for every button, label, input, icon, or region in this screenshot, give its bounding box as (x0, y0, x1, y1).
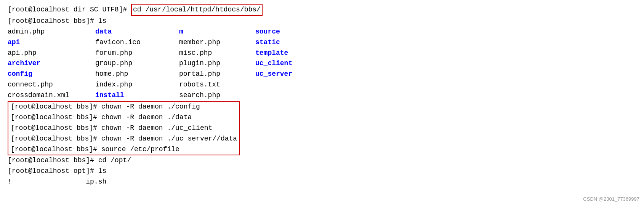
file-crossdomain: crossdomain.xml (8, 90, 95, 101)
prompt-source: [root@localhost bbs]# (11, 144, 101, 155)
ls-command: ls (98, 16, 107, 27)
prompt-chown1: [root@localhost bbs]# (11, 102, 101, 112)
boxed-line-3: [root@localhost bbs]# chown -R daemon ./… (11, 123, 237, 134)
cd-command-boxed: cd /usr/local/httpd/htdocs/bbs/ (131, 4, 263, 16)
file-static: static (255, 37, 312, 48)
file-template: template (255, 48, 312, 59)
file-col-3: m member.php misc.php plugin.php portal.… (179, 27, 255, 101)
prompt-ls2: [root@localhost opt]# (8, 166, 98, 177)
file-portal-php: portal.php (179, 69, 255, 80)
file-forum-php: forum.php (95, 48, 179, 59)
file-archiver: archiver (8, 58, 95, 69)
prompt-1: [root@localhost dir_SC_UTF8]# (8, 5, 131, 15)
cmd-cd-opt: cd /opt/ (98, 155, 131, 166)
terminal-window: [root@localhost dir_SC_UTF8]# cd /usr/lo… (0, 0, 644, 206)
file-index-php: index.php (95, 80, 179, 90)
file-listing: admin.php api api.php archiver config co… (8, 27, 636, 101)
cmd-source-profile: source /etc/profile (101, 144, 179, 155)
file-home-php: home.php (95, 69, 179, 80)
file-uc-server: uc_server (255, 69, 312, 80)
file-api: api (8, 37, 95, 48)
boxed-line-4: [root@localhost bbs]# chown -R daemon ./… (11, 134, 237, 144)
boxed-commands-block: [root@localhost bbs]# chown -R daemon ./… (8, 101, 240, 155)
file-member-php: member.php (179, 37, 255, 48)
file-robots-txt: robots.txt (179, 80, 255, 90)
file-col-4: source static template uc_client uc_serv… (255, 27, 312, 101)
file-api-php: api.php (8, 48, 95, 59)
cmd-ls2: ls (98, 166, 107, 177)
file-col-2: data favicon.ico forum.php group.php hom… (95, 27, 179, 101)
file-uc-client: uc_client (255, 58, 312, 69)
prompt-chown4: [root@localhost bbs]# (11, 134, 101, 144)
trailing-line-cd-opt: [root@localhost bbs]# cd /opt/ (8, 155, 636, 166)
file-m: m (179, 27, 255, 37)
boxed-line-5: [root@localhost bbs]# source /etc/profil… (11, 144, 237, 155)
file-connect-php: connect.php (8, 80, 95, 90)
prompt-cd-opt: [root@localhost bbs]# (8, 155, 98, 166)
boxed-line-1: [root@localhost bbs]# chown -R daemon ./… (11, 102, 237, 112)
cmd-chown-uc-server: chown -R daemon ./uc_server//data (101, 134, 237, 144)
cmd-chown-data: chown -R daemon ./data (101, 112, 192, 123)
watermark: CSDN @2301_77369997 (583, 195, 639, 203)
file-source: source (255, 27, 312, 37)
cmd-chown-uc-client: chown -R daemon ./uc_client (101, 123, 213, 134)
prompt-2: [root@localhost bbs]# (8, 16, 98, 27)
file-group-php: group.php (95, 58, 179, 69)
file-col-1: admin.php api api.php archiver config co… (8, 27, 95, 101)
file-config: config (8, 69, 95, 80)
trailing-line-ls2: [root@localhost opt]# ls (8, 166, 636, 177)
boxed-line-2: [root@localhost bbs]# chown -R daemon ./… (11, 112, 237, 123)
file-plugin-php: plugin.php (179, 58, 255, 69)
file-favicon: favicon.ico (95, 37, 179, 48)
prompt-chown3: [root@localhost bbs]# (11, 123, 101, 134)
line-ls: [root@localhost bbs]# ls (8, 16, 636, 27)
trailing-line-exclaim: ! ip.sh (8, 177, 636, 187)
file-search-php: search.php (179, 90, 255, 101)
cmd-chown-config: chown -R daemon ./config (101, 102, 200, 112)
file-misc-php: misc.php (179, 48, 255, 59)
file-data: data (95, 27, 179, 37)
exclaim-text: ! ip.sh (8, 177, 106, 187)
prompt-chown2: [root@localhost bbs]# (11, 112, 101, 123)
file-install: install (95, 90, 179, 101)
file-col4-empty1 (255, 80, 312, 90)
line-cd: [root@localhost dir_SC_UTF8]# cd /usr/lo… (8, 4, 636, 16)
file-col4-empty2 (255, 90, 312, 101)
file-admin-php: admin.php (8, 27, 95, 37)
